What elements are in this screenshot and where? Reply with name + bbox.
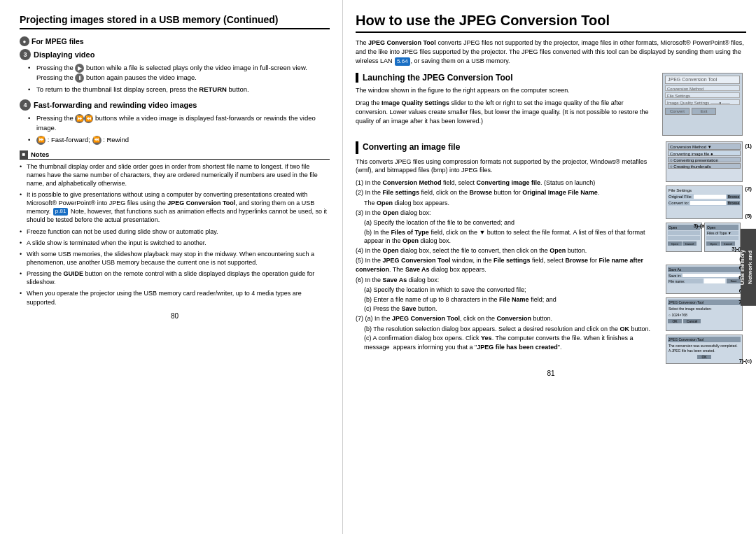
screenshot-3b-wrap: Open Files of Type ▼ OpenCancel 3)-(b) xyxy=(704,223,741,252)
sidebar-label-2: USB memory xyxy=(739,249,746,284)
launching-image: JPEG Conversion Tool Conversion Method F… xyxy=(662,73,746,136)
img-label-7c: 7)-(c) xyxy=(739,358,752,364)
launching-text: Launching the JPEG Conversion Tool The w… xyxy=(356,73,657,136)
rw-icon: ⏪ xyxy=(84,114,93,123)
img-label-4-area: (4) xyxy=(666,255,746,262)
fastfwd-section-header: 4 Fast-forwarding and rewinding video im… xyxy=(20,99,330,111)
fastfwd-bullets: Pressing the ⏩⏪ buttons while a video im… xyxy=(20,113,330,144)
step-3b: (b) In the Files of Type field, click on… xyxy=(356,228,660,246)
launching-screenshot: JPEG Conversion Tool Conversion Method F… xyxy=(662,73,743,136)
fastfwd-section: 4 Fast-forwarding and rewinding video im… xyxy=(20,99,330,144)
step-3a: (a) Specify the location of the file to … xyxy=(356,218,660,227)
fastfwd-bullet-1: Pressing the ⏩⏪ buttons while a video im… xyxy=(28,113,330,132)
note-item-5: With some USB memories, the slideshow pl… xyxy=(20,250,330,267)
launching-body2: Drag the Image Quality Settings slider t… xyxy=(356,99,657,126)
screenshot-group-7b: JPEG Conversion Tool Select the image re… xyxy=(666,297,746,331)
display-number: 3 xyxy=(20,49,31,60)
converting-section: Converting an image file This converts J… xyxy=(356,141,746,364)
left-page-num: 80 xyxy=(20,312,330,320)
note-item-2: It is possible to give presentations wit… xyxy=(20,190,330,225)
rw2-icon: ⏪ xyxy=(92,136,102,145)
display-section-header: 3 Displaying video xyxy=(20,49,330,60)
step-3: (3) In the Open dialog box: xyxy=(356,209,660,218)
screenshot-2: File Settings Original File:Browse Conve… xyxy=(666,185,743,219)
step-7b: (b) The resolution selection dialog box … xyxy=(356,325,660,334)
converting-intro: This converts JPEG files using compressi… xyxy=(356,157,660,175)
page-container: Projecting images stored in a USB memory… xyxy=(0,0,756,534)
sidebar-tab: Network and USB memory xyxy=(741,228,756,305)
right-page-num-area: 81 xyxy=(356,370,746,377)
ff2-icon: ⏩ xyxy=(36,136,46,145)
step-7a: (7) (a) In the JPEG Conversion Tool, cli… xyxy=(356,314,660,323)
step-6b: (b) Enter a file name of up to 8 charact… xyxy=(356,295,660,304)
note-item-1: The thumbnail display order and slide or… xyxy=(20,162,330,188)
launching-section: Launching the JPEG Conversion Tool The w… xyxy=(356,73,746,136)
launching-body1: The window shown in the figure to the ri… xyxy=(356,86,657,95)
intro-text: The JPEG Conversion Tool converts JPEG f… xyxy=(356,38,746,66)
img-label-1: (1) xyxy=(745,143,752,149)
step-4: (4) In the Open dialog box, select the f… xyxy=(356,246,660,255)
step-6c: (c) Press the Save button. xyxy=(356,304,660,314)
step-2: (2) In the File settings field, click on… xyxy=(356,188,660,197)
step-2-sub: The Open dialog box appears. xyxy=(356,199,660,208)
mpeg-label: For MPEG files xyxy=(31,37,84,45)
converting-images: Conversion Method ▼ Converting image fil… xyxy=(666,141,746,364)
lan-ref: 5.64 xyxy=(395,57,410,66)
display-bullet-2: To return to the thumbnail list display … xyxy=(28,85,330,94)
note-item-6: Pressing the GUIDE button on the remote … xyxy=(20,269,330,286)
fastfwd-title: Fast-forwarding and rewinding video imag… xyxy=(34,101,197,109)
fastfwd-bullet-2: ⏩ : Fast-forward; ⏪ : Rewind xyxy=(28,135,330,145)
screenshot-group-1: Conversion Method ▼ Converting image fil… xyxy=(666,141,746,182)
mpeg-section-header: ● For MPEG files xyxy=(20,36,330,46)
fastfwd-number: 4 xyxy=(20,99,31,111)
note-item-4: A slide show is terminated when the inpu… xyxy=(20,239,330,247)
screenshot-group-7c: JPEG Conversion Tool The conversion was … xyxy=(666,335,746,364)
step-6a: (a) Specify the location in which to sav… xyxy=(356,286,660,295)
right-page-num: 81 xyxy=(547,370,554,377)
right-page-title: How to use the JPEG Conversion Tool xyxy=(356,13,746,33)
left-column: Projecting images stored in a USB memory… xyxy=(0,0,343,534)
screenshot-group-2: File Settings Original File:Browse Conve… xyxy=(666,185,746,219)
screenshot-3a-wrap: Open OpenCancel 3)-(a) xyxy=(666,223,702,252)
screenshot-6: Save As Save in: File name:Save xyxy=(666,265,743,294)
notes-icon: ■ xyxy=(20,150,28,159)
launching-title: Launching the JPEG Conversion Tool xyxy=(356,73,657,83)
display-bullet-1: Pressing the ▶ button while a file is se… xyxy=(28,63,330,83)
screenshot-7c: JPEG Conversion Tool The conversion was … xyxy=(666,335,743,364)
ff-icon: ⏩ xyxy=(75,114,84,123)
img-label-2: (2) xyxy=(745,185,752,192)
step-1: (1) In the Conversion Method field, sele… xyxy=(356,178,660,188)
screenshot-1: Conversion Method ▼ Converting image fil… xyxy=(666,141,743,182)
converting-text: Converting an image file This converts J… xyxy=(356,141,660,364)
notes-list: The thumbnail display order and slide or… xyxy=(20,162,330,307)
screenshot-group-6: Save As Save in: File name:Save 6)-(a) 6… xyxy=(666,265,746,294)
step-6: (6) In the Save As dialog box: xyxy=(356,276,660,285)
right-column: How to use the JPEG Conversion Tool The … xyxy=(343,0,756,534)
note-item-7: When you operate the projector using the… xyxy=(20,289,330,306)
play-icon: ▶ xyxy=(75,64,84,73)
notes-title: ■ Notes xyxy=(20,150,330,160)
sidebar-label-1: Network and xyxy=(747,250,753,283)
display-bullets: Pressing the ▶ button while a file is se… xyxy=(20,63,330,94)
mpeg-icon: ● xyxy=(20,36,29,46)
left-page-title: Projecting images stored in a USB memory… xyxy=(20,14,330,29)
note-item-3: Freeze function can not be used during s… xyxy=(20,227,330,236)
notes-box: ■ Notes The thumbnail display order and … xyxy=(20,150,330,307)
pause-icon: ⏸ xyxy=(75,73,84,83)
converting-title: Converting an image file xyxy=(356,141,660,153)
img-label-5: (5) xyxy=(745,213,752,219)
screenshot-group-3: Open OpenCancel 3)-(a) Open xyxy=(666,223,746,252)
page-ref: p.81 xyxy=(53,208,69,216)
screenshot-7b: JPEG Conversion Tool Select the image re… xyxy=(666,297,743,331)
step-5: (5) In the JPEG Conversion Tool window, … xyxy=(356,256,660,274)
display-section: 3 Displaying video Pressing the ▶ button… xyxy=(20,49,330,94)
step-7c: (c) A confirmation dialog box opens. Cli… xyxy=(356,334,660,351)
display-title: Displaying video xyxy=(34,50,94,59)
